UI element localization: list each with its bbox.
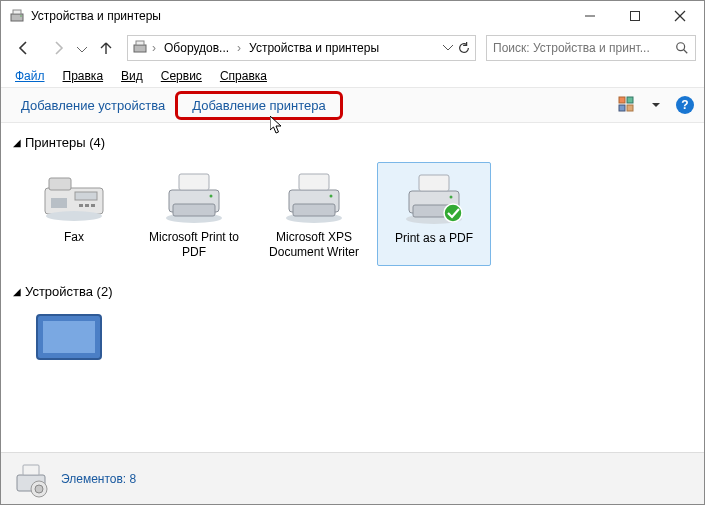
fax-icon [39, 168, 109, 224]
printer-icon [279, 168, 349, 224]
svg-rect-25 [179, 174, 209, 190]
svg-rect-12 [627, 97, 633, 103]
group-label: Принтеры (4) [25, 135, 105, 150]
titlebar: Устройства и принтеры [1, 1, 704, 31]
svg-point-38 [444, 204, 462, 222]
svg-point-27 [210, 195, 213, 198]
history-dropdown[interactable] [77, 39, 91, 57]
device-label: Microsoft Print to PDF [141, 230, 247, 260]
refresh-icon[interactable] [457, 41, 471, 55]
view-options-icon[interactable] [618, 96, 636, 114]
status-icon [11, 459, 51, 499]
maximize-button[interactable] [612, 1, 657, 31]
device-label: Microsoft XPS Document Writer [261, 230, 367, 260]
menu-edit[interactable]: Правка [55, 67, 112, 85]
window-title: Устройства и принтеры [31, 9, 567, 23]
breadcrumb-sep: › [237, 41, 241, 55]
svg-rect-42 [23, 465, 39, 475]
search-input[interactable] [493, 41, 669, 55]
svg-point-32 [330, 195, 333, 198]
svg-rect-16 [49, 178, 71, 190]
svg-point-9 [677, 43, 685, 51]
svg-rect-4 [630, 12, 639, 21]
location-icon [132, 39, 148, 58]
svg-rect-11 [619, 97, 625, 103]
svg-rect-7 [134, 45, 146, 52]
add-printer-button[interactable]: Добавление принтера [175, 91, 342, 120]
collapse-caret-icon: ◢ [13, 286, 21, 297]
menu-file[interactable]: Файл [7, 67, 53, 85]
add-device-button[interactable]: Добавление устройства [11, 92, 175, 119]
svg-point-2 [20, 15, 22, 17]
address-bar[interactable]: › Оборудов... › Устройства и принтеры [127, 35, 476, 61]
status-bar: Элементов: 8 [1, 452, 704, 504]
breadcrumb-item[interactable]: Устройства и принтеры [245, 39, 383, 57]
status-text: Элементов: 8 [61, 472, 136, 486]
svg-rect-1 [13, 10, 21, 14]
close-button[interactable] [657, 1, 702, 31]
window-controls [567, 1, 702, 31]
device-label: Print as a PDF [395, 231, 473, 246]
svg-rect-14 [627, 105, 633, 111]
printer-icon [159, 168, 229, 224]
up-button[interactable] [95, 33, 117, 63]
status-label: Элементов: [61, 472, 126, 486]
svg-line-10 [684, 50, 688, 54]
svg-rect-17 [75, 192, 97, 200]
svg-rect-31 [293, 204, 335, 216]
svg-rect-22 [91, 204, 95, 207]
minimize-button[interactable] [567, 1, 612, 31]
forward-button[interactable] [43, 33, 73, 63]
device-item-fax[interactable]: Fax [17, 162, 131, 266]
svg-rect-40 [43, 321, 95, 353]
group-label: Устройства (2) [25, 284, 113, 299]
toolbar: Добавление устройства Добавление принтер… [1, 87, 704, 123]
device-item-ms-print-pdf[interactable]: Microsoft Print to PDF [137, 162, 251, 266]
svg-point-37 [450, 196, 453, 199]
svg-rect-18 [51, 198, 67, 208]
status-count: 8 [130, 472, 137, 486]
devices-grid [11, 305, 694, 373]
group-header-printers[interactable]: ◢ Принтеры (4) [11, 129, 694, 156]
svg-rect-13 [619, 105, 625, 111]
menu-bar: Файл Правка Вид Сервис Справка [1, 65, 704, 87]
content-area: ◢ Принтеры (4) Fax [1, 123, 704, 452]
menu-service[interactable]: Сервис [153, 67, 210, 85]
search-box[interactable] [486, 35, 696, 61]
svg-rect-20 [79, 204, 83, 207]
nav-bar: › Оборудов... › Устройства и принтеры [1, 31, 704, 65]
menu-view[interactable]: Вид [113, 67, 151, 85]
svg-point-19 [46, 211, 102, 221]
svg-rect-30 [299, 174, 329, 190]
address-dropdown-icon[interactable] [443, 45, 453, 51]
device-label: Fax [64, 230, 84, 245]
app-icon [9, 8, 25, 24]
device-item-print-as-pdf[interactable]: Print as a PDF [377, 162, 491, 266]
search-icon [675, 41, 689, 55]
device-item-monitor[interactable] [31, 311, 111, 361]
svg-rect-8 [136, 41, 144, 45]
breadcrumb-item[interactable]: Оборудов... [160, 39, 233, 57]
svg-rect-26 [173, 204, 215, 216]
svg-rect-21 [85, 204, 89, 207]
menu-help[interactable]: Справка [212, 67, 275, 85]
svg-rect-35 [419, 175, 449, 191]
svg-rect-0 [11, 14, 23, 21]
svg-point-44 [35, 485, 43, 493]
add-printer-label: Добавление принтера [192, 98, 325, 113]
help-button[interactable]: ? [676, 96, 694, 114]
back-button[interactable] [9, 33, 39, 63]
breadcrumb-sep: › [152, 41, 156, 55]
device-item-ms-xps[interactable]: Microsoft XPS Document Writer [257, 162, 371, 266]
collapse-caret-icon: ◢ [13, 137, 21, 148]
printers-grid: Fax Microsoft Print to PDF [11, 156, 694, 278]
group-header-devices[interactable]: ◢ Устройства (2) [11, 278, 694, 305]
printer-icon [399, 169, 469, 225]
view-dropdown-icon[interactable] [652, 103, 660, 108]
